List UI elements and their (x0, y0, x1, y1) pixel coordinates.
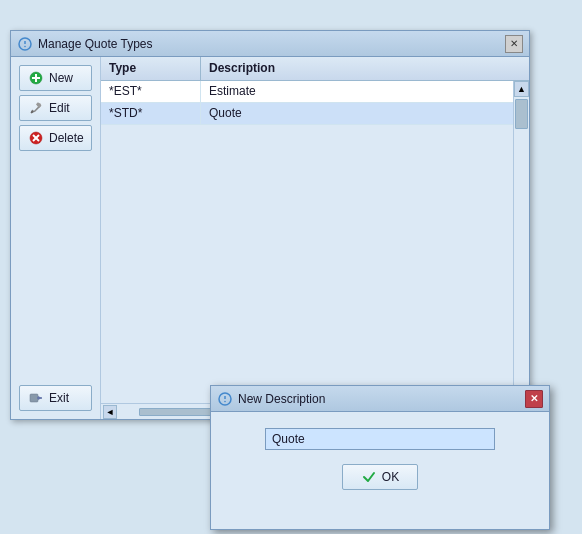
check-icon (361, 469, 377, 485)
exit-icon (28, 390, 44, 406)
table-outer: Type Description *EST* Estimate *STD* Qu… (101, 57, 529, 419)
sidebar: New Edit (11, 57, 101, 419)
cell-type-2: *STD* (101, 103, 201, 124)
scroll-up-button[interactable]: ▲ (514, 81, 529, 97)
dialog-icon (217, 391, 233, 407)
table-content-area: *EST* Estimate *STD* Quote ▲ ▼ (101, 81, 529, 403)
main-window-icon (17, 36, 33, 52)
delete-icon (28, 130, 44, 146)
main-window: Manage Quote Types ✕ New (10, 30, 530, 420)
dialog-window: New Description ✕ OK (210, 385, 550, 530)
plus-icon (28, 70, 44, 86)
table-header: Type Description (101, 57, 529, 81)
main-close-button[interactable]: ✕ (505, 35, 523, 53)
svg-rect-9 (36, 102, 42, 108)
new-button[interactable]: New (19, 65, 92, 91)
description-column-header: Description (201, 57, 513, 80)
ok-label: OK (382, 470, 399, 484)
ok-button[interactable]: OK (342, 464, 418, 490)
main-title-bar: Manage Quote Types ✕ (11, 31, 529, 57)
new-label: New (49, 71, 73, 85)
dialog-body: OK (211, 412, 549, 506)
svg-point-2 (24, 45, 26, 47)
table-rows-container: *EST* Estimate *STD* Quote (101, 81, 513, 403)
main-title-text: Manage Quote Types (38, 37, 505, 51)
svg-point-18 (224, 400, 226, 402)
scroll-track (514, 97, 529, 387)
vertical-scrollbar[interactable]: ▲ ▼ (513, 81, 529, 403)
table-row[interactable]: *EST* Estimate (101, 81, 513, 103)
scroll-header-spacer (513, 57, 529, 80)
delete-button[interactable]: Delete (19, 125, 92, 151)
exit-label: Exit (49, 391, 69, 405)
edit-button[interactable]: Edit (19, 95, 92, 121)
scroll-thumb[interactable] (515, 99, 528, 129)
dialog-title-text: New Description (238, 392, 525, 406)
h-scroll-thumb[interactable] (139, 408, 219, 416)
edit-label: Edit (49, 101, 70, 115)
table-row[interactable]: *STD* Quote (101, 103, 513, 125)
dialog-close-button[interactable]: ✕ (525, 390, 543, 408)
exit-button[interactable]: Exit (19, 385, 92, 411)
window-body: New Edit (11, 57, 529, 419)
description-input[interactable] (265, 428, 495, 450)
delete-label: Delete (49, 131, 84, 145)
svg-rect-13 (30, 394, 38, 402)
type-column-header: Type (101, 57, 201, 80)
cell-desc-2: Quote (201, 103, 513, 124)
scroll-left-button[interactable]: ◄ (103, 405, 117, 419)
cell-desc-1: Estimate (201, 81, 513, 102)
edit-icon (28, 100, 44, 116)
cell-type-1: *EST* (101, 81, 201, 102)
dialog-title-bar: New Description ✕ (211, 386, 549, 412)
